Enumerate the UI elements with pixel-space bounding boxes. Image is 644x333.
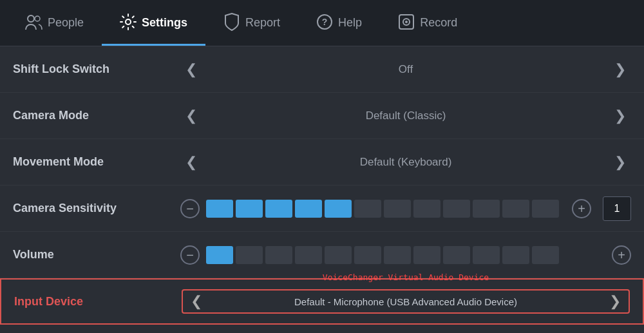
people-label: People: [48, 16, 84, 30]
nav-report[interactable]: Report: [205, 0, 298, 46]
input-device-value: Default - Microphone (USB Advanced Audio…: [207, 296, 604, 307]
bar-cell-12: [532, 200, 559, 218]
camera-mode-prev[interactable]: ❮: [180, 105, 202, 127]
bar-cell-2: [236, 200, 263, 218]
top-navigation: People Settings Report ? Help: [0, 0, 644, 46]
camera-sensitivity-decrease[interactable]: −: [180, 199, 200, 218]
record-icon: [398, 14, 415, 33]
vol-bar-9: [443, 246, 470, 264]
bar-cell-5: [325, 200, 352, 218]
input-device-next[interactable]: ❯: [604, 290, 626, 312]
row-output-device: Output Device ❮ Speakers (Realtek(R) Aud…: [0, 325, 644, 333]
bar-cell-8: [413, 200, 440, 218]
shift-lock-value: Off: [210, 63, 601, 76]
camera-mode-next[interactable]: ❯: [609, 105, 631, 127]
settings-panel: Shift Lock Switch ❮ Off ❯ Camera Mode ❮ …: [0, 46, 644, 333]
movement-mode-prev[interactable]: ❮: [180, 151, 202, 173]
camera-sensitivity-control: − + 1: [180, 196, 631, 221]
svg-point-7: [405, 21, 408, 23]
row-camera-mode: Camera Mode ❮ Default (Classic) ❯: [0, 93, 644, 139]
vol-bar-11: [502, 246, 529, 264]
vol-bar-3: [265, 246, 292, 264]
volume-increase[interactable]: +: [612, 245, 631, 265]
vol-bar-7: [384, 246, 411, 264]
shift-lock-next[interactable]: ❯: [609, 59, 631, 81]
volume-control: − +: [180, 245, 631, 265]
vol-bar-12: [532, 246, 559, 264]
row-input-device: Input Device VoiceChanger Virtual Audio …: [0, 278, 644, 325]
camera-sensitivity-track: [206, 200, 565, 218]
vol-bar-5: [325, 246, 352, 264]
vol-bar-2: [236, 246, 263, 264]
movement-mode-value: Default (Keyboard): [210, 156, 601, 169]
bar-cell-11: [502, 200, 529, 218]
svg-point-1: [35, 16, 40, 21]
shift-lock-label: Shift Lock Switch: [13, 62, 180, 76]
row-shift-lock-switch: Shift Lock Switch ❮ Off ❯: [0, 46, 644, 93]
vol-bar-4: [295, 246, 322, 264]
report-icon: [223, 13, 240, 33]
bar-cell-10: [473, 200, 500, 218]
svg-text:?: ?: [322, 17, 328, 27]
nav-record[interactable]: Record: [380, 0, 475, 46]
movement-mode-control: ❮ Default (Keyboard) ❯: [180, 151, 631, 173]
row-camera-sensitivity: Camera Sensitivity − + 1: [0, 186, 644, 232]
camera-mode-value: Default (Classic): [210, 109, 601, 122]
bar-cell-9: [443, 200, 470, 218]
shift-lock-control: ❮ Off ❯: [180, 59, 631, 81]
camera-sensitivity-numeric: 1: [603, 196, 631, 221]
bar-cell-3: [265, 200, 292, 218]
vol-bar-10: [473, 246, 500, 264]
nav-settings[interactable]: Settings: [102, 0, 205, 46]
vol-bar-8: [413, 246, 440, 264]
row-volume: Volume − +: [0, 232, 644, 278]
movement-mode-label: Movement Mode: [13, 155, 180, 169]
camera-sensitivity-label: Camera Sensitivity: [13, 202, 180, 215]
movement-mode-next[interactable]: ❯: [609, 151, 631, 173]
nav-help[interactable]: ? Help: [298, 0, 380, 46]
bar-cell-1: [206, 200, 233, 218]
people-icon: [24, 13, 43, 33]
report-label: Report: [245, 16, 280, 30]
volume-label: Volume: [13, 248, 180, 262]
volume-track: [206, 246, 605, 264]
record-label: Record: [420, 16, 457, 30]
row-movement-mode: Movement Mode ❮ Default (Keyboard) ❯: [0, 139, 644, 186]
settings-icon: [120, 14, 137, 33]
camera-mode-control: ❮ Default (Classic) ❯: [180, 105, 631, 127]
nav-people[interactable]: People: [6, 0, 102, 46]
settings-label: Settings: [142, 16, 187, 30]
help-label: Help: [338, 16, 362, 30]
shift-lock-prev[interactable]: ❮: [180, 59, 202, 81]
camera-mode-label: Camera Mode: [13, 109, 180, 122]
volume-decrease[interactable]: −: [180, 245, 200, 265]
input-device-label: Input Device: [14, 295, 182, 309]
svg-point-2: [126, 19, 131, 24]
bar-cell-7: [384, 200, 411, 218]
bar-cell-4: [295, 200, 322, 218]
svg-point-0: [28, 15, 34, 22]
input-device-prev[interactable]: ❮: [185, 290, 207, 312]
bar-cell-6: [354, 200, 381, 218]
vol-bar-1: [206, 246, 233, 264]
vol-bar-6: [354, 246, 381, 264]
camera-sensitivity-increase[interactable]: +: [572, 199, 591, 218]
help-icon: ?: [316, 14, 333, 33]
input-device-control: VoiceChanger Virtual Audio Device ❮ Defa…: [182, 289, 630, 314]
